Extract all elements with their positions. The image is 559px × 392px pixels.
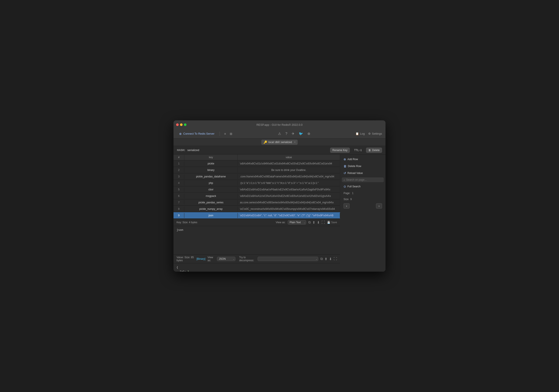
- cell-value: \x8A\xD1\x8A\xA1c\xC0\xA1d\xA3\xE2\x9C\x…: [238, 193, 340, 199]
- import-icon[interactable]: ⬇: [317, 220, 320, 224]
- app-window: RESP.app - GUI for Redis® 2022.0.0 ⊕ Con…: [174, 120, 385, 272]
- key-detail-header: Key: Size: 4 bytes View as: Plain Text J…: [174, 219, 340, 226]
- rename-key-button[interactable]: Rename Key: [330, 148, 350, 153]
- main-content: # key value 1 pickle \x8A\x94\x8C\x01c\x…: [174, 154, 385, 272]
- table-row[interactable]: 6 msgpack \x8A\xD1\x8A\xA1c\xC0\xA1d\xA3…: [174, 193, 340, 199]
- prev-page-button[interactable]: ‹: [344, 203, 350, 209]
- delete-row-label: Delete Row: [348, 165, 361, 168]
- connect-label: Connect To Redis Server: [183, 132, 214, 135]
- cell-num: 6: [174, 193, 184, 199]
- next-page-button[interactable]: ›: [376, 203, 382, 209]
- table-row[interactable]: 4 php :{s:1:"a";i:1;s:1:"b";s:6:"bbb";s:…: [174, 180, 340, 186]
- col-header-num: #: [174, 154, 184, 160]
- key-action-icons: ⧉ ⬆ ⬇ ⛶: [308, 220, 325, 224]
- page-info: Page: 1: [342, 190, 384, 196]
- telegram-icon[interactable]: ✈: [292, 132, 294, 136]
- cell-value: \x8A\x94\x8C\x01c\x94N\x8C\x01d\x94\x8C\…: [238, 161, 340, 166]
- cell-value: \xC\x0C_reconstruct\x94\x93\x94\x8C\x05n…: [238, 206, 340, 212]
- decompress-select[interactable]: [258, 257, 318, 261]
- delete-label: Delete: [372, 149, 380, 152]
- twitter-icon[interactable]: 🐦: [299, 132, 303, 136]
- table-body: 1 pickle \x8A\x94\x8C\x01c\x94N\x8C\x01d…: [174, 160, 340, 219]
- cell-key: pickle_pandas_dataframe: [184, 174, 238, 179]
- cell-key: binary: [184, 168, 238, 173]
- connect-button[interactable]: ⊕ Connect To Redis Server: [177, 131, 216, 136]
- size-info: Size 9: [342, 197, 384, 202]
- full-search-button[interactable]: ⊙ Full Search: [342, 183, 384, 189]
- cell-num: 2: [174, 168, 184, 173]
- cell-value: Be sure to drink your Ovaltine.: [238, 168, 340, 173]
- settings-button[interactable]: ⚙ Settings: [368, 132, 382, 135]
- cell-num: 4: [174, 180, 184, 186]
- toolbar: ⊕ Connect To Redis Server ≡ ⊞ ⚠ ? ✈ 🐦 ⊛ …: [174, 129, 385, 139]
- delete-key-button[interactable]: 🗑 Delete: [366, 148, 382, 153]
- copy-icon[interactable]: ⧉: [308, 220, 311, 224]
- value-action-icons: ⧉ ⬆ ⬇ ⛶: [320, 257, 337, 261]
- cell-num: 1: [174, 161, 184, 166]
- table-row[interactable]: 7 pickle_pandas_series as.core.series\x9…: [174, 199, 340, 206]
- cell-num: 9: [174, 213, 184, 218]
- size-label: Size: [344, 198, 348, 201]
- export-icon[interactable]: ⬆: [312, 220, 315, 224]
- search-on-page-input[interactable]: [346, 178, 382, 181]
- reload-icon: ↺: [344, 171, 346, 175]
- log-button[interactable]: 📋 Log: [355, 132, 365, 135]
- search-icon: ⌕: [344, 178, 345, 181]
- size-value: 9: [350, 198, 352, 201]
- value-copy-icon[interactable]: ⧉: [320, 257, 323, 261]
- traffic-lights: [176, 123, 186, 126]
- tab-key-icon: 🔑: [263, 141, 267, 144]
- value-content: { "a": 1, "b": "bbb", "c": null, "d": "✓…: [174, 263, 340, 272]
- help-icon[interactable]: ?: [285, 132, 287, 136]
- cell-value: \x8A\xD1\x8A\xD1\x8Aac\xF6adc\xE2\x9C\x9…: [238, 187, 340, 192]
- value-view-as-select[interactable]: JSON Plain Text Binary Hex MsgPack: [217, 257, 235, 261]
- table-row[interactable]: 1 pickle \x8A\x94\x8C\x01c\x94N\x8C\x01d…: [174, 160, 340, 167]
- table-row[interactable]: 5 cbor \x8A\xD1\x8A\xD1\x8Aac\xF6adc\xE2…: [174, 186, 340, 193]
- full-search-label: Full Search: [347, 185, 361, 188]
- cell-value: .core.frame\x94\x8C\x09DataFrame\x94\x93…: [238, 174, 340, 179]
- toolbar-right: 📋 Log ⚙ Settings: [355, 132, 382, 135]
- key-view-as-wrapper: Plain Text JSON Binary Hex ⌄: [288, 220, 306, 224]
- tab-close-icon[interactable]: ×: [294, 141, 296, 144]
- hash-label: HASH:: [177, 149, 185, 152]
- table-row[interactable]: 3 pickle_pandas_dataframe .core.frame\x9…: [174, 173, 340, 180]
- value-fullscreen-icon[interactable]: ⛶: [334, 257, 337, 261]
- table-row[interactable]: 2 binary Be sure to drink your Ovaltine.: [174, 167, 340, 173]
- tabbar: 🔑 local::db0::serialized ×: [174, 139, 385, 146]
- list-view-icon[interactable]: ≡: [223, 132, 227, 135]
- col-header-key: key: [184, 154, 238, 160]
- key-detail-content: json: [174, 226, 340, 254]
- key-save-button[interactable]: 💾 Save: [327, 221, 337, 224]
- cell-value: as.core.series\x94\x8C\x06Series\x94\x93…: [238, 200, 340, 205]
- settings-icon: ⚙: [368, 132, 371, 135]
- full-search-icon: ⊙: [344, 185, 346, 188]
- warning-icon[interactable]: ⚠: [278, 132, 281, 136]
- add-row-button[interactable]: ⊕ Add Row: [342, 156, 384, 162]
- settings-label: Settings: [372, 132, 382, 135]
- value-import-icon[interactable]: ⬇: [329, 257, 332, 261]
- table-row[interactable]: 8 pickle_numpy_array \xC\x0C_reconstruct…: [174, 206, 340, 212]
- search-on-page-wrapper: ⌕: [342, 178, 384, 182]
- log-icon: 📋: [355, 132, 359, 135]
- table-row-selected[interactable]: 9 json \xD1\x8A\xD1\x8A", "c": null, "d"…: [174, 212, 340, 219]
- delete-icon: 🗑: [368, 149, 371, 152]
- delete-row-button[interactable]: 🗑 Delete Row: [342, 163, 384, 169]
- close-button[interactable]: [176, 123, 179, 126]
- maximize-button[interactable]: [184, 123, 186, 126]
- binary-badge[interactable]: [Binary]: [197, 257, 205, 260]
- columns-view-icon[interactable]: ⊞: [229, 132, 233, 135]
- value-export-icon[interactable]: ⬆: [325, 257, 327, 261]
- key-size-label: Key: Size: 4 bytes: [177, 221, 197, 224]
- key-view-as-select[interactable]: Plain Text JSON Binary Hex: [288, 220, 306, 224]
- toolbar-center: ⚠ ? ✈ 🐦 ⊛: [235, 132, 353, 136]
- cell-num: 8: [174, 206, 184, 212]
- value-view-as-wrapper: JSON Plain Text Binary Hex MsgPack ⌄: [217, 257, 235, 261]
- decompress-wrapper: ⌄: [258, 257, 318, 261]
- reload-value-button[interactable]: ↺ Reload Value: [342, 170, 384, 176]
- fullscreen-icon[interactable]: ⛶: [321, 220, 325, 224]
- hash-key-input[interactable]: [187, 148, 328, 152]
- tab-serialized[interactable]: 🔑 local::db0::serialized ×: [261, 140, 298, 145]
- cell-key: msgpack: [184, 193, 238, 199]
- minimize-button[interactable]: [180, 123, 183, 126]
- github-icon[interactable]: ⊛: [307, 132, 310, 136]
